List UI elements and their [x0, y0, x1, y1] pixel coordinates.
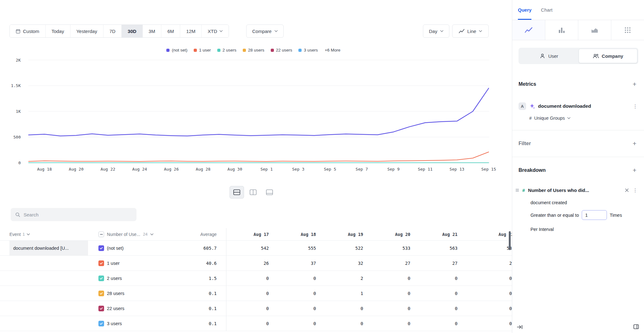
- chart-type-dropdown[interactable]: Line: [452, 25, 489, 38]
- legend-item[interactable]: 2 users: [217, 48, 236, 52]
- range-custom[interactable]: Custom: [10, 25, 46, 37]
- series-label[interactable]: (not set): [107, 246, 124, 251]
- toggle-company[interactable]: Company: [579, 49, 638, 63]
- event-column-header[interactable]: Event1: [9, 228, 88, 240]
- value-cell: 0: [363, 306, 410, 311]
- value-cell: 0: [226, 321, 269, 326]
- range-30d[interactable]: 30D: [122, 25, 143, 37]
- legend-item[interactable]: 1 user: [194, 48, 211, 52]
- chart-type-bar-tab[interactable]: [545, 20, 578, 40]
- add-filter-button[interactable]: +: [631, 140, 638, 147]
- per-interval-label[interactable]: Per Interval: [522, 227, 638, 232]
- layout-bottom-panel-button[interactable]: [262, 186, 277, 199]
- series-checkbox[interactable]: [98, 321, 104, 326]
- legend-item[interactable]: (not set): [166, 48, 187, 52]
- series-checkbox[interactable]: [98, 306, 104, 311]
- chevron-down-icon: [150, 233, 153, 235]
- series-label[interactable]: 28 users: [107, 291, 125, 296]
- legend-swatch: [194, 49, 197, 52]
- date-column-header[interactable]: Aug 21: [410, 232, 458, 237]
- series-label[interactable]: 3 users: [107, 321, 122, 326]
- aggregation-selector[interactable]: # Unique Groups: [519, 116, 638, 121]
- svg-text:Aug 30: Aug 30: [227, 167, 242, 172]
- series-checkbox[interactable]: [98, 245, 104, 251]
- legend-item[interactable]: 28 users: [243, 48, 264, 52]
- average-column-header[interactable]: Average: [184, 228, 226, 240]
- series-checkbox[interactable]: [98, 291, 104, 296]
- calendar-icon: [16, 29, 20, 34]
- metrics-section-header: Metrics +: [519, 80, 638, 88]
- threshold-input[interactable]: [582, 210, 607, 220]
- series-checkbox[interactable]: [98, 276, 104, 281]
- tab-chart[interactable]: Chart: [541, 0, 552, 20]
- series-checkbox[interactable]: [98, 260, 104, 266]
- compare-button[interactable]: Compare: [246, 25, 284, 38]
- legend-item[interactable]: 3 users: [298, 48, 318, 52]
- expand-window-icon[interactable]: [633, 324, 639, 330]
- series-label[interactable]: 22 users: [107, 306, 125, 311]
- series-column-header[interactable]: Number of Use...24: [88, 232, 184, 237]
- metric-event-name[interactable]: document downloaded: [538, 103, 629, 109]
- average-cell: 1.5: [184, 271, 226, 286]
- breakdown-title[interactable]: Number of Users who did...: [528, 188, 622, 193]
- event-spark-icon: [529, 103, 535, 109]
- range-6m[interactable]: 6M: [161, 25, 180, 37]
- breakdown-event[interactable]: document created: [522, 200, 638, 205]
- chevron-down-icon: [567, 117, 570, 119]
- value-cell: 0: [410, 291, 458, 296]
- chart-type-stacked-tab[interactable]: [578, 20, 611, 40]
- layout-split-horizontal-button[interactable]: [230, 186, 244, 199]
- metric-menu-icon[interactable]: ⋮: [632, 103, 638, 109]
- remove-breakdown-icon[interactable]: [625, 188, 629, 192]
- value-cell: 522: [316, 246, 363, 251]
- chart-type-grid-tab[interactable]: [611, 20, 644, 40]
- metric-item[interactable]: A document downloaded ⋮: [519, 102, 638, 110]
- toggle-user-label: User: [548, 53, 558, 59]
- series-label[interactable]: 1 user: [107, 261, 119, 266]
- legend-item[interactable]: 22 users: [271, 48, 292, 52]
- legend-more[interactable]: +6 More: [325, 48, 341, 52]
- interval-dropdown[interactable]: Day: [423, 25, 449, 38]
- event-cell[interactable]: document downloaded [U...: [9, 241, 88, 255]
- date-column-header[interactable]: Aug 20: [363, 232, 410, 237]
- table-row: 2 users1.5002000: [0, 271, 512, 286]
- add-metric-button[interactable]: +: [631, 80, 638, 88]
- range-3m[interactable]: 3M: [143, 25, 162, 37]
- collapse-panel-icon[interactable]: [517, 324, 523, 330]
- date-column-header[interactable]: Aug 18: [269, 232, 316, 237]
- svg-text:2K: 2K: [16, 58, 21, 63]
- condition-prefix: Greater than or equal to: [530, 213, 579, 218]
- date-column-header[interactable]: Aug 19: [316, 232, 363, 237]
- layout-split-vertical-button[interactable]: [246, 186, 260, 199]
- range-yesterday[interactable]: Yesterday: [70, 25, 103, 37]
- svg-text:Aug 28: Aug 28: [196, 167, 210, 172]
- legend-label: (not set): [172, 48, 187, 52]
- table-row: document downloaded [U...(not set)605.75…: [0, 241, 512, 256]
- legend-label: 3 users: [304, 48, 318, 52]
- range-today[interactable]: Today: [46, 25, 70, 37]
- date-column-header[interactable]: Aug 17: [226, 232, 269, 237]
- range-7d[interactable]: 7D: [103, 25, 122, 37]
- svg-text:1K: 1K: [16, 109, 21, 114]
- range-12m[interactable]: 12M: [180, 25, 202, 37]
- add-breakdown-button[interactable]: +: [631, 166, 638, 174]
- breakdown-heading: Breakdown: [519, 167, 546, 173]
- search-input[interactable]: [24, 212, 132, 217]
- series-label[interactable]: 2 users: [107, 276, 122, 281]
- drag-handle-icon[interactable]: [515, 188, 519, 192]
- date-column-header[interactable]: Aug 22: [458, 232, 512, 237]
- select-all-checkbox[interactable]: [98, 232, 104, 237]
- aggregation-label: Unique Groups: [534, 116, 565, 121]
- tab-query[interactable]: Query: [518, 0, 531, 20]
- panel-tab-bar: Query Chart: [512, 0, 644, 20]
- value-cell: 533: [363, 246, 410, 251]
- value-cell: 555: [269, 246, 316, 251]
- hash-icon: #: [529, 116, 532, 121]
- breakdown-menu-icon[interactable]: ⋮: [632, 187, 638, 193]
- vertical-scrollbar[interactable]: [509, 231, 511, 250]
- range-xtd[interactable]: XTD: [202, 25, 229, 37]
- svg-text:Sep 1: Sep 1: [260, 167, 273, 172]
- legend-swatch: [298, 49, 302, 52]
- toggle-user[interactable]: User: [519, 49, 579, 63]
- chart-type-line-tab[interactable]: [512, 20, 545, 40]
